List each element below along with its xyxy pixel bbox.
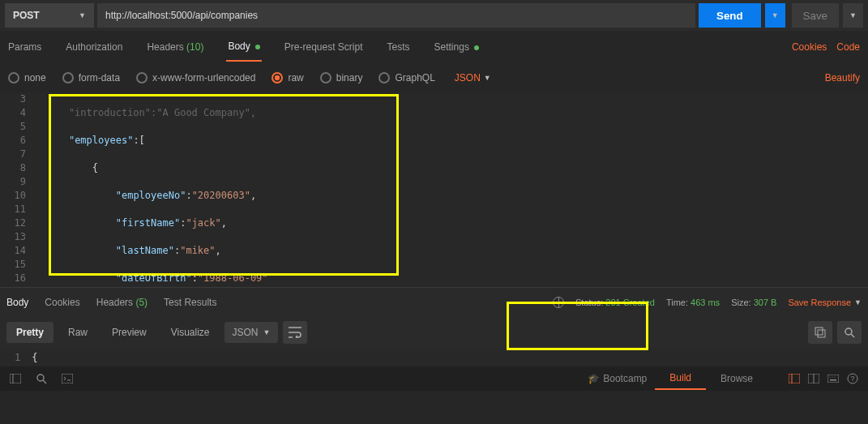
line-number: 8 [0, 161, 26, 175]
response-meta: Status: 201 Created Time: 463 ms Size: 3… [553, 297, 862, 308]
size-block[interactable]: Size: 307 B [731, 298, 776, 307]
radio-raw[interactable]: raw [272, 72, 303, 84]
tab-settings[interactable]: Settings [433, 33, 481, 61]
tab-params[interactable]: Params [6, 33, 43, 61]
save-button[interactable]: Save [792, 3, 839, 28]
http-method-label: POST [13, 10, 40, 21]
line-number: 6 [0, 134, 26, 148]
radio-formdata-label: form-data [79, 72, 120, 84]
svg-rect-13 [827, 375, 839, 383]
radio-none[interactable]: none [8, 72, 46, 84]
editor-code: "introduction":"A Good Company", "employ… [45, 92, 268, 287]
status-block[interactable]: Status: 201 Created [575, 298, 655, 307]
save-response-dropdown[interactable]: Save Response ▼ [788, 298, 862, 307]
keyboard-shortcuts-button[interactable] [824, 370, 842, 388]
svg-rect-9 [789, 374, 800, 383]
body-language-label: JSON [455, 72, 481, 84]
radio-formdata[interactable]: form-data [62, 72, 120, 84]
code-link[interactable]: Code [836, 41, 860, 53]
time-block[interactable]: Time: 463 ms [666, 298, 720, 307]
line-number: 11 [0, 203, 26, 216]
layout-two-button[interactable] [805, 370, 823, 388]
line-number: 14 [0, 244, 26, 258]
response-tabs: Body Cookies Headers (5) Test Results St… [0, 287, 868, 316]
tab-browse[interactable]: Browse [706, 368, 768, 389]
sidebar-toggle-button[interactable] [6, 370, 24, 388]
cookies-link[interactable]: Cookies [792, 41, 827, 53]
svg-point-15 [832, 377, 833, 378]
copy-button[interactable] [808, 321, 832, 344]
response-body-editor[interactable]: 1 { [0, 349, 868, 366]
line-number: 16 [0, 272, 26, 285]
tab-headers[interactable]: Headers (10) [145, 33, 205, 61]
svg-line-3 [851, 334, 854, 337]
radio-urlencoded[interactable]: x-www-form-urlencoded [136, 72, 255, 84]
send-dropdown-button[interactable]: ▼ [764, 3, 785, 28]
radio-binary-label: binary [336, 72, 363, 84]
send-button[interactable]: Send [699, 3, 761, 28]
save-dropdown-button[interactable]: ▼ [842, 3, 863, 28]
request-tabs: Params Authorization Headers (10) Body P… [0, 31, 868, 63]
svg-point-14 [830, 377, 831, 378]
bottom-bar: 🎓Bootcamp Build Browse ? [0, 366, 868, 391]
response-language-select[interactable]: JSON ▼ [224, 322, 279, 343]
view-pretty-button[interactable]: Pretty [6, 322, 53, 343]
url-input[interactable] [97, 3, 695, 28]
request-body-editor[interactable]: 3 4 5 6 7 8 9 10 11 12 13 14 15 16 17 18… [0, 92, 868, 287]
find-button[interactable] [32, 370, 50, 388]
radio-graphql[interactable]: GraphQL [378, 72, 434, 84]
http-method-select[interactable]: POST ▼ [5, 3, 94, 28]
resp-tab-testresults[interactable]: Test Results [164, 297, 216, 308]
radio-binary[interactable]: binary [320, 72, 363, 84]
svg-rect-4 [10, 374, 21, 383]
wrap-lines-button[interactable] [283, 321, 307, 344]
svg-rect-0 [815, 328, 823, 335]
console-button[interactable] [58, 370, 76, 388]
copy-icon [815, 327, 826, 338]
keyboard-icon [827, 375, 839, 383]
radio-graphql-label: GraphQL [395, 72, 434, 84]
view-raw-button[interactable]: Raw [58, 322, 97, 343]
chevron-down-icon: ▼ [484, 74, 491, 82]
tab-headers-label: Headers [147, 41, 183, 53]
bootcamp-link[interactable]: 🎓Bootcamp [588, 373, 647, 384]
request-right-links: Cookies Code [792, 41, 860, 53]
layout-two-icon [808, 374, 819, 383]
time-label: Time: [666, 298, 688, 307]
layout-single-button[interactable] [785, 370, 803, 388]
bottom-tabs: 🎓Bootcamp Build Browse [588, 367, 768, 390]
bootcamp-label: Bootcamp [603, 373, 647, 384]
resp-tab-cookies[interactable]: Cookies [45, 297, 79, 308]
body-language-select[interactable]: JSON ▼ [455, 72, 491, 84]
tab-prerequest[interactable]: Pre-request Script [283, 33, 365, 61]
resp-tab-body[interactable]: Body [6, 297, 28, 308]
search-button[interactable] [837, 321, 862, 344]
help-button[interactable]: ? [844, 370, 862, 388]
svg-rect-8 [62, 374, 73, 383]
tab-build[interactable]: Build [655, 367, 706, 390]
radio-raw-label: raw [288, 72, 303, 84]
resp-tab-headers[interactable]: Headers (5) [96, 297, 148, 308]
view-preview-button[interactable]: Preview [102, 322, 156, 343]
tab-body[interactable]: Body [226, 32, 261, 62]
globe-icon[interactable] [553, 297, 564, 308]
chevron-down-icon: ▼ [854, 298, 862, 306]
search-icon [844, 327, 855, 338]
svg-rect-1 [818, 330, 825, 337]
status-value: 201 Created [605, 298, 655, 307]
line-number: 17 [0, 285, 26, 287]
line-number: 4 [0, 106, 26, 120]
chevron-down-icon: ▼ [79, 11, 86, 19]
tab-tests[interactable]: Tests [386, 33, 412, 61]
console-icon [62, 374, 73, 383]
size-value: 307 B [754, 298, 777, 307]
tab-authorization[interactable]: Authorization [64, 33, 124, 61]
time-value: 463 ms [691, 298, 720, 307]
svg-point-16 [835, 377, 836, 378]
bottom-layout-buttons: ? [785, 370, 862, 388]
view-visualize-button[interactable]: Visualize [161, 322, 220, 343]
editor-gutter: 3 4 5 6 7 8 9 10 11 12 13 14 15 16 17 18 [0, 92, 34, 287]
beautify-link[interactable]: Beautify [825, 72, 860, 84]
wrap-icon [289, 327, 301, 338]
svg-line-7 [43, 380, 46, 383]
